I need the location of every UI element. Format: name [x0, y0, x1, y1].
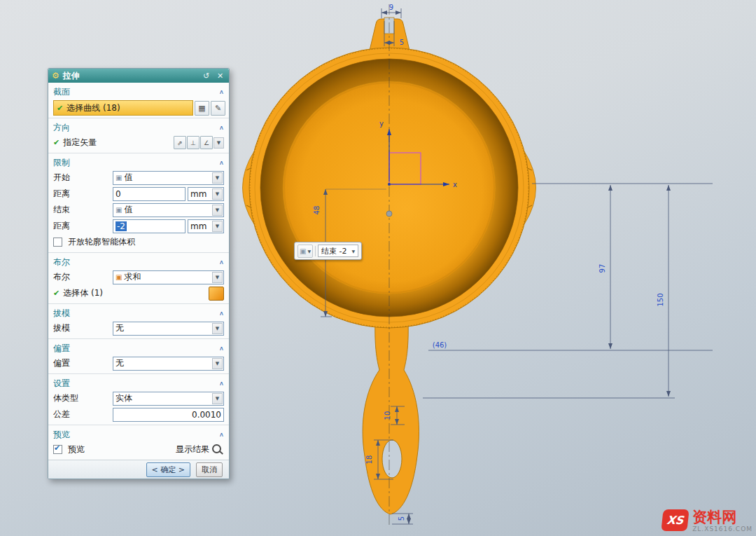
limit-value-label: 结束 -2 — [321, 246, 346, 256]
preview-checkbox[interactable] — [53, 445, 62, 454]
limit-value-dropdown[interactable]: 结束 -2 ▼ — [318, 245, 358, 257]
dim-handle-gap: (46) — [433, 341, 447, 349]
offset-select[interactable]: 无 ▼ — [113, 357, 224, 371]
end-unit-select[interactable]: mm ▼ — [188, 219, 224, 233]
collapse-icon[interactable]: ∧ — [219, 89, 224, 95]
group-label: 偏置 — [53, 343, 70, 355]
vector-axes-button[interactable]: ∠ — [200, 136, 213, 149]
body-type-label: 体类型 — [53, 392, 111, 404]
start-limit-select[interactable]: ▣ 值 ▼ — [113, 171, 224, 185]
collapse-icon[interactable]: ∧ — [219, 432, 224, 438]
collapse-icon[interactable]: ∧ — [219, 160, 224, 166]
start-unit-select[interactable]: mm ▼ — [188, 187, 224, 201]
magnifier-icon[interactable] — [212, 444, 221, 453]
ok-button[interactable]: < 确定 > — [146, 462, 190, 477]
divider — [48, 303, 229, 304]
datum-sphere[interactable] — [386, 211, 392, 217]
curve-rule-button[interactable]: ▦ — [195, 101, 209, 116]
svg-text:48: 48 — [313, 206, 321, 215]
group-header-boolean[interactable]: 布尔 ∧ — [48, 255, 229, 269]
limit-mini-toolbar: ▣ ▼ 结束 -2 ▼ — [294, 242, 362, 260]
chevron-down-icon: ▼ — [212, 172, 223, 184]
chevron-down-icon: ▼ — [307, 249, 311, 254]
chevron-down-icon: ▼ — [212, 323, 223, 334]
end-distance-input[interactable]: -2 — [113, 219, 186, 233]
group-label: 限制 — [53, 157, 70, 169]
extrude-dialog: ⚙ 拉伸 ↺ ✕ 截面 ∧ ✔ 选择曲线 (18) ▦ ✎ — [48, 68, 230, 479]
end-limit-select[interactable]: ▣ 值 ▼ — [113, 203, 224, 217]
vector-icon: ⇗ — [177, 139, 183, 146]
end-label: 结束 — [53, 204, 111, 216]
start-distance-label: 距离 — [53, 188, 111, 200]
vector-dialog-button[interactable]: ⇗ — [174, 136, 186, 149]
cancel-button[interactable]: 取消 — [196, 462, 223, 477]
group-header-section[interactable]: 截面 ∧ — [48, 85, 229, 99]
draft-label: 拔模 — [53, 322, 111, 334]
boolean-select[interactable]: ▣ 求和 ▼ — [113, 270, 224, 284]
tolerance-input[interactable]: 0.0010 — [113, 408, 224, 422]
limit-type-dropdown[interactable]: ▣ ▼ — [298, 245, 313, 258]
group-label: 截面 — [53, 86, 70, 98]
divider — [48, 118, 229, 118]
gear-icon: ⚙ — [52, 71, 59, 80]
tolerance-value: 0.0010 — [192, 410, 221, 420]
start-limit-value: 值 — [124, 172, 210, 184]
chevron-down-icon: ▼ — [212, 188, 223, 200]
start-label: 开始 — [53, 172, 111, 184]
collapse-icon[interactable]: ∧ — [219, 310, 224, 317]
close-icon[interactable]: ✕ — [215, 71, 225, 81]
vector-reverse-button[interactable]: ⊥ — [187, 136, 200, 149]
chevron-down-icon: ▼ — [352, 249, 356, 254]
x-axis-label: x — [453, 181, 457, 188]
chevron-down-icon: ▼ — [212, 358, 223, 369]
svg-text:18: 18 — [365, 455, 373, 465]
check-icon: ✔ — [57, 104, 63, 113]
collapse-icon[interactable]: ∧ — [219, 259, 224, 266]
divider — [48, 373, 229, 374]
dim-right-inner: 97 — [598, 185, 610, 349]
axes-icon: ∠ — [204, 139, 209, 146]
divider — [48, 338, 229, 339]
group-header-settings[interactable]: 设置 ∧ — [48, 376, 229, 390]
group-header-offset[interactable]: 偏置 ∧ — [48, 341, 229, 355]
select-curve-label: 选择曲线 (18) — [66, 102, 190, 114]
open-profile-checkbox[interactable] — [53, 238, 62, 247]
dialog-title: 拉伸 — [63, 70, 197, 82]
collapse-icon[interactable]: ∧ — [219, 125, 224, 131]
end-distance-label: 距离 — [53, 220, 111, 232]
divider — [48, 153, 229, 153]
handle-hole — [382, 440, 402, 478]
dialog-footer: < 确定 > 取消 — [48, 460, 229, 479]
chevron-down-icon: ▼ — [212, 221, 223, 232]
chevron-down-icon[interactable]: ▼ — [214, 137, 224, 149]
body-type-select[interactable]: 实体 ▼ — [113, 392, 224, 406]
boolean-label: 布尔 — [53, 271, 111, 283]
watermark-brand: 资料网 — [692, 509, 752, 525]
dim-right-outer: 150 — [657, 185, 668, 397]
draft-select[interactable]: 无 ▼ — [113, 322, 224, 336]
collapse-icon[interactable]: ∧ — [219, 345, 224, 352]
collapse-icon[interactable]: ∧ — [219, 380, 224, 387]
sketch-section-button[interactable]: ✎ — [211, 101, 225, 116]
group-header-limits[interactable]: 限制 ∧ — [48, 156, 229, 170]
end-distance-value: -2 — [115, 221, 127, 231]
body-type-value: 实体 — [115, 392, 210, 404]
group-label: 拔模 — [53, 308, 70, 319]
unit-label: mm — [190, 221, 210, 231]
svg-text:9: 9 — [389, 4, 393, 11]
divider — [48, 425, 229, 425]
svg-text:97: 97 — [598, 264, 606, 273]
end-limit-value: 值 — [124, 204, 210, 216]
reset-icon[interactable]: ↺ — [201, 71, 211, 81]
tolerance-label: 公差 — [53, 408, 111, 420]
offset-value: 无 — [115, 357, 210, 369]
watermark-site: ZL.XS1616.COM — [692, 525, 752, 532]
dialog-titlebar[interactable]: ⚙ 拉伸 ↺ ✕ — [48, 69, 229, 83]
group-header-direction[interactable]: 方向 ∧ — [48, 121, 229, 135]
select-curve-field[interactable]: ✔ 选择曲线 (18) — [53, 100, 193, 116]
start-distance-input[interactable]: 0 — [113, 187, 186, 201]
check-icon: ✔ — [53, 138, 59, 147]
group-header-draft[interactable]: 拔模 ∧ — [48, 306, 229, 320]
group-header-preview[interactable]: 预览 ∧ — [48, 427, 229, 441]
solid-body-button[interactable] — [209, 287, 224, 301]
